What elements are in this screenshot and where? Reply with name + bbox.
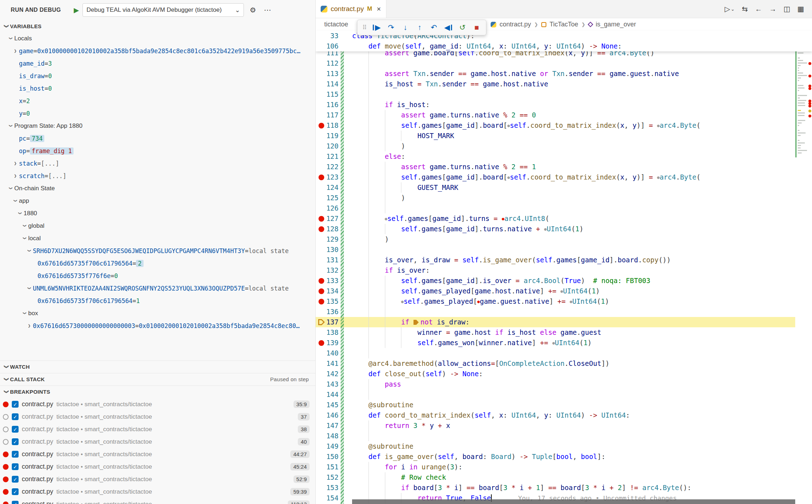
line-number[interactable]: 139 [324, 338, 339, 348]
breakpoint-row[interactable]: ✓contract.pytictactoe • smart_contracts/… [0, 423, 315, 435]
breakpoint-dot-icon[interactable] [319, 123, 324, 128]
tab-contract-py[interactable]: contract.py M × [316, 0, 386, 18]
tree-item[interactable]: is_draw = 0 [0, 70, 315, 82]
breakpoint-row[interactable]: ✓contract.pytictactoe • smart_contracts/… [0, 410, 315, 423]
line-number[interactable]: 147 [324, 420, 339, 431]
breakpoints-section-header[interactable]: ❯ BREAKPOINTS [0, 385, 315, 398]
code-line[interactable]: GUEST_MARK [352, 182, 795, 193]
line-number[interactable]: 129 [324, 234, 339, 245]
breakpoint-row[interactable]: ✓contract.pytictactoe • smart_contracts/… [0, 485, 315, 498]
breadcrumb-file[interactable]: contract.py [500, 21, 531, 28]
breakpoint-dot-icon[interactable] [319, 288, 324, 294]
line-number[interactable]: 112 [324, 58, 339, 69]
code-line[interactable]: winner = game.host if is_host else game.… [352, 327, 795, 338]
chevron-down-icon[interactable]: ❯ [17, 210, 23, 217]
breakpoint-checkbox[interactable]: ✓ [12, 451, 19, 458]
chevron-right-icon[interactable]: ❯ [12, 173, 19, 178]
code-line[interactable]: if not is_draw: [352, 317, 795, 327]
code-line[interactable]: for i in urange(3): [352, 462, 795, 472]
code-line[interactable] [352, 431, 795, 441]
chevron-right-icon[interactable]: ❯ [12, 48, 19, 54]
tree-item[interactable]: ❯local [0, 232, 315, 245]
code-line[interactable]: self.games[game_id].board[●self.coord_to… [352, 120, 795, 131]
code-line[interactable]: def coord_to_matrix_index(self, x: UInt6… [352, 410, 795, 420]
tree-item[interactable]: ❯On-chain State [0, 182, 315, 195]
step-out-button[interactable]: ↑ [413, 21, 426, 34]
call-stack-section-header[interactable]: ❯ CALL STACK Paused on step [0, 373, 315, 385]
tree-item[interactable]: game_id = 3 [0, 57, 315, 70]
open-changes-icon[interactable]: ⇆ [742, 5, 748, 13]
line-number[interactable]: 113 [324, 69, 339, 79]
tree-item[interactable]: ❯stack = [...] [0, 157, 315, 170]
code-line[interactable]: return 3 * y + x [352, 420, 795, 431]
breakpoint-checkbox[interactable]: ✓ [12, 426, 19, 433]
code-line[interactable]: is_host = Txn.sender == game.host.native [352, 79, 795, 89]
line-number[interactable]: 143 [324, 379, 339, 389]
tree-item[interactable]: ❯scratch = [...] [0, 170, 315, 182]
code-line[interactable]: assert game.turns.native % 2 == 1 [352, 162, 795, 172]
breakpoint-checkbox[interactable]: ✓ [12, 488, 19, 495]
line-number[interactable]: 148 [324, 431, 339, 441]
code-line[interactable]: is_over, is_draw = self.is_game_over(sel… [352, 255, 795, 265]
line-number[interactable]: 118 [324, 120, 339, 131]
code-line[interactable]: HOST_MARK [352, 131, 795, 141]
code-line[interactable] [352, 203, 795, 213]
code-editor[interactable]: 111 assert game.board[self.coord_to_matr… [316, 31, 812, 504]
tree-item[interactable]: pc = 734 [0, 132, 315, 145]
code-line[interactable] [352, 389, 795, 400]
run-python-file-button[interactable]: ▷⌄ [725, 5, 735, 13]
forward-icon[interactable]: → [769, 5, 776, 13]
code-line[interactable]: @subroutine [352, 400, 795, 410]
code-line[interactable]: def move(self, game_id: UInt64, x: UInt6… [352, 41, 795, 51]
chevron-right-icon[interactable]: ❯ [12, 161, 19, 166]
line-number[interactable]: 119 [324, 131, 339, 141]
reverse-continue-button[interactable]: ◀ [442, 21, 455, 34]
tree-item[interactable]: ❯0x67616d65730000000000000003 = 0x010002… [0, 319, 315, 332]
line-number[interactable]: 140 [324, 348, 339, 358]
breakpoint-dot-icon[interactable] [319, 299, 324, 304]
line-number[interactable]: 144 [324, 389, 339, 400]
tree-item[interactable]: ❯global [0, 220, 315, 232]
step-over-button[interactable]: ↷ [385, 21, 397, 34]
gear-icon[interactable]: ⚙ [247, 6, 258, 14]
code-line[interactable]: assert Txn.sender == game.host.native or… [352, 69, 795, 79]
code-line[interactable]: ●self.games[game_id].turns = ●arc4.UInt8… [352, 213, 795, 224]
line-number[interactable]: 132 [324, 265, 339, 276]
breakpoint-checkbox[interactable]: ✓ [12, 501, 19, 504]
chevron-down-icon[interactable]: ❯ [22, 235, 27, 242]
variables-section-header[interactable]: ❯ VARIABLES [0, 20, 315, 32]
line-number[interactable]: 146 [324, 410, 339, 420]
breakpoint-dot-icon[interactable] [319, 216, 324, 222]
breakpoint-dot-icon[interactable] [319, 340, 324, 346]
line-number[interactable]: 152 [324, 472, 339, 483]
chevron-down-icon[interactable]: ❯ [8, 122, 14, 130]
restart-button[interactable]: ↺ [456, 21, 469, 34]
line-number[interactable]: 125 [324, 193, 339, 203]
line-number[interactable]: 123 [324, 172, 339, 182]
line-number[interactable]: 142 [324, 369, 339, 379]
breakpoint-dot-icon[interactable] [319, 226, 324, 232]
tree-item[interactable]: x = 2 [0, 95, 315, 107]
debug-config-dropdown[interactable]: Debug TEAL via AlgoKit AVM Debugger (tic… [82, 3, 244, 17]
breakpoint-dot-icon[interactable] [319, 278, 324, 284]
code-line[interactable]: self.games[game_id].board[●self.coord_to… [352, 172, 795, 182]
customize-layout-icon[interactable]: ▦ [797, 5, 804, 13]
line-number[interactable]: 141 [324, 358, 339, 369]
code-line[interactable]: if is_host: [352, 100, 795, 110]
code-line[interactable]: @subroutine [352, 441, 795, 452]
line-number[interactable]: 131 [324, 255, 339, 265]
line-number[interactable]: 127 [324, 213, 339, 224]
line-number[interactable]: 138 [324, 327, 339, 338]
code-line[interactable]: self.games_won[winner.native] += ●UInt64… [352, 338, 795, 348]
breakpoint-checkbox[interactable]: ✓ [12, 476, 19, 483]
breakpoint-checkbox[interactable]: ✓ [12, 463, 19, 470]
code-line[interactable]: ) [352, 193, 795, 203]
more-actions-icon[interactable]: ⋯ [262, 6, 273, 14]
code-line[interactable]: def close_out(self) -> None: [352, 369, 795, 379]
tree-item[interactable]: is_host = 0 [0, 82, 315, 95]
code-line[interactable] [352, 89, 795, 100]
tree-item[interactable]: y = 0 [0, 107, 315, 120]
breadcrumb-class[interactable]: TicTacToe [550, 21, 578, 28]
code-line[interactable]: @arc4.baremethod(allow_actions=[OnComple… [352, 358, 795, 369]
code-line[interactable]: # Row check [352, 472, 795, 483]
